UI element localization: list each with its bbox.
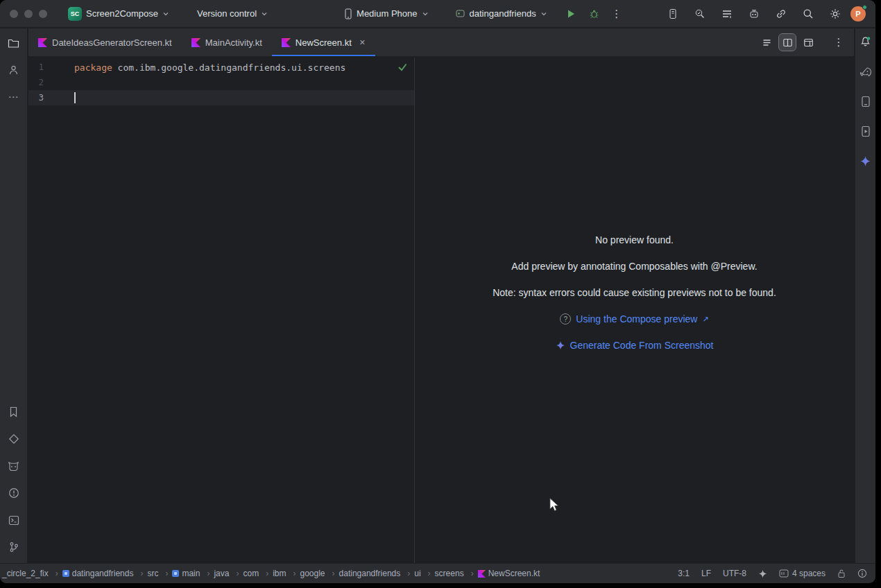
search-edit-icon[interactable] bbox=[690, 4, 710, 24]
editor-tab-bar: DateIdeasGeneratorScreen.kt MainActivity… bbox=[28, 28, 854, 57]
left-tool-stripe: ⋯ bbox=[0, 28, 28, 563]
module-icon bbox=[62, 570, 69, 577]
help-icon: ? bbox=[560, 313, 571, 325]
compose-preview-docs-link[interactable]: Using the Compose preview bbox=[576, 313, 697, 325]
logcat-icon[interactable] bbox=[5, 457, 23, 475]
tab-label: NewScreen.kt bbox=[296, 37, 352, 48]
more-tool-windows-icon[interactable]: ⋯ bbox=[5, 88, 23, 106]
ai-assistant-icon[interactable] bbox=[744, 4, 764, 24]
resource-manager-icon[interactable] bbox=[5, 430, 23, 448]
device-selector[interactable]: Medium Phone bbox=[340, 6, 432, 22]
kotlin-file-icon bbox=[38, 38, 47, 47]
run-config-label: datingandfriends bbox=[470, 8, 536, 19]
tab-dateideasgeneratorscreen[interactable]: DateIdeasGeneratorScreen.kt bbox=[28, 28, 182, 56]
file-lock-icon[interactable] bbox=[837, 569, 846, 578]
info-icon[interactable] bbox=[857, 569, 867, 578]
git-branch-icon[interactable] bbox=[5, 538, 23, 556]
ide-window: SC Screen2Compose Version control Medium… bbox=[0, 0, 875, 583]
code-editor[interactable]: 1 package com.ibm.google.datingandfriend… bbox=[28, 58, 414, 563]
file-encoding[interactable]: UTF-8 bbox=[723, 569, 746, 578]
text-caret bbox=[74, 92, 76, 103]
close-tab-icon[interactable]: ✕ bbox=[359, 38, 366, 47]
breadcrumb-item[interactable]: screens bbox=[435, 569, 478, 578]
project-name: Screen2Compose bbox=[86, 8, 158, 19]
tab-label: DateIdeasGeneratorScreen.kt bbox=[52, 37, 172, 48]
version-control-widget[interactable]: Version control bbox=[193, 6, 272, 21]
breadcrumb: _circle_2_fix datingandfriends src main … bbox=[2, 569, 540, 578]
compose-preview-panel: No preview found. Add preview by annotat… bbox=[414, 58, 854, 563]
inspections-ok-icon[interactable] bbox=[397, 62, 407, 71]
breadcrumb-item[interactable]: java bbox=[214, 569, 243, 578]
terminal-icon[interactable] bbox=[5, 511, 23, 529]
minimize-window-button[interactable] bbox=[24, 10, 33, 18]
tab-mainactivity[interactable]: MainActivity.kt bbox=[182, 28, 272, 56]
more-run-options-icon[interactable]: ⋮ bbox=[607, 4, 626, 24]
run-button[interactable] bbox=[561, 4, 581, 24]
code-text: com.ibm.google.datingandfriends.ui.scree… bbox=[112, 62, 346, 73]
version-control-label: Version control bbox=[197, 8, 257, 19]
gradle-icon[interactable] bbox=[857, 62, 875, 80]
device-selector-label: Medium Phone bbox=[357, 8, 417, 19]
indent-setting[interactable]: 4 spaces bbox=[779, 569, 826, 578]
code-line: 1 package com.ibm.google.datingandfriend… bbox=[28, 60, 414, 75]
breadcrumb-item-file[interactable]: NewScreen.kt bbox=[478, 569, 540, 578]
run-config-app-icon bbox=[455, 8, 465, 19]
list-icon[interactable] bbox=[717, 4, 737, 24]
right-tool-stripe bbox=[855, 28, 875, 563]
code-keyword: package bbox=[74, 62, 112, 73]
editor-options-icon[interactable]: ⋮ bbox=[830, 34, 847, 51]
status-dot bbox=[862, 5, 867, 10]
caret-position[interactable]: 3:1 bbox=[678, 569, 690, 578]
breadcrumb-item[interactable]: datingandfriends bbox=[62, 569, 148, 578]
people-icon[interactable] bbox=[5, 61, 23, 79]
preview-message-secondary: Add preview by annotating Composables wi… bbox=[415, 261, 854, 272]
status-bar: _circle_2_fix datingandfriends src main … bbox=[0, 563, 875, 583]
project-widget[interactable]: SC Screen2Compose bbox=[64, 4, 173, 24]
tab-newscreen[interactable]: NewScreen.kt ✕ bbox=[272, 28, 375, 56]
user-avatar[interactable]: P bbox=[850, 6, 866, 21]
breadcrumb-item[interactable]: ui bbox=[414, 569, 434, 578]
indent-icon bbox=[779, 569, 789, 578]
search-everywhere-icon[interactable] bbox=[798, 4, 818, 24]
module-icon bbox=[172, 570, 179, 577]
view-design-button[interactable] bbox=[800, 34, 816, 51]
view-code-button[interactable] bbox=[758, 34, 775, 51]
problems-icon[interactable] bbox=[5, 484, 23, 502]
breadcrumb-item[interactable]: ibm bbox=[273, 569, 300, 578]
device-mirroring-icon[interactable] bbox=[663, 4, 683, 24]
notifications-bell-icon[interactable] bbox=[857, 33, 875, 51]
code-line: 2 bbox=[28, 75, 414, 90]
external-link-icon: ↗ bbox=[702, 315, 708, 324]
running-devices-icon[interactable] bbox=[857, 122, 875, 140]
link-icon[interactable] bbox=[771, 4, 791, 24]
breadcrumb-item[interactable]: main bbox=[172, 569, 214, 578]
bookmarks-icon[interactable] bbox=[5, 403, 23, 421]
run-configuration-selector[interactable]: datingandfriends bbox=[451, 6, 551, 21]
line-number: 3 bbox=[28, 93, 56, 103]
breadcrumb-item[interactable]: datingandfriends bbox=[339, 569, 415, 578]
breadcrumb-item[interactable]: google bbox=[300, 569, 339, 578]
breadcrumb-item[interactable]: _circle_2_fix bbox=[2, 569, 62, 578]
gemini-sparkle-icon bbox=[556, 340, 565, 350]
kotlin-file-icon bbox=[282, 38, 291, 47]
generate-code-from-screenshot-link[interactable]: Generate Code From Screenshot bbox=[570, 340, 714, 351]
phone-icon bbox=[344, 8, 352, 19]
view-split-button[interactable] bbox=[779, 34, 796, 51]
chevron-down-icon bbox=[162, 10, 169, 17]
project-icon: SC bbox=[68, 7, 82, 21]
device-explorer-icon[interactable] bbox=[857, 92, 875, 110]
breadcrumb-item[interactable]: src bbox=[147, 569, 172, 578]
code-line-current: 3 bbox=[28, 90, 414, 105]
project-folder-icon[interactable] bbox=[5, 34, 23, 52]
breadcrumb-item[interactable]: com bbox=[243, 569, 273, 578]
zoom-window-button[interactable] bbox=[39, 10, 47, 18]
line-separator[interactable]: LF bbox=[701, 569, 711, 578]
preview-message-note: Note: syntax errors could cause existing… bbox=[415, 287, 854, 298]
chevron-down-icon bbox=[422, 10, 429, 17]
settings-gear-icon[interactable] bbox=[826, 4, 845, 24]
gemini-status-icon[interactable] bbox=[758, 569, 767, 578]
gemini-icon[interactable] bbox=[857, 152, 875, 170]
debug-button[interactable] bbox=[585, 4, 604, 24]
kotlin-file-icon bbox=[191, 38, 200, 47]
close-window-button[interactable] bbox=[10, 10, 18, 18]
